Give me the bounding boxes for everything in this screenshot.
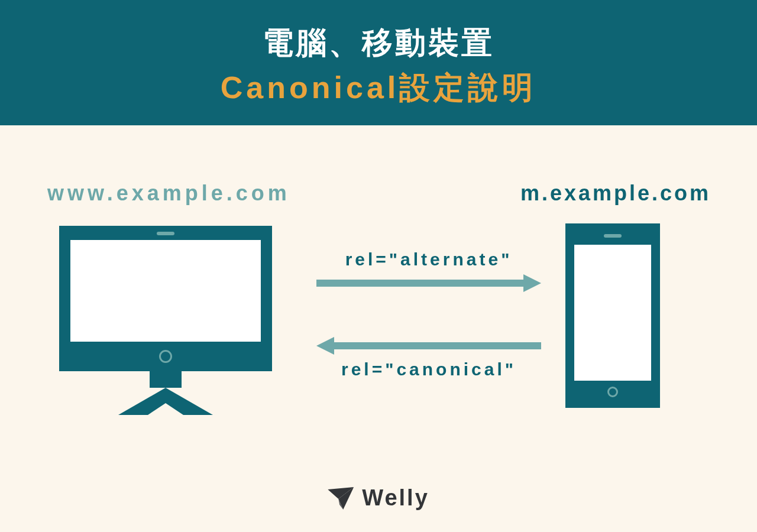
arrow-right-icon	[316, 274, 541, 292]
alternate-arrow-group: rel="alternate"	[310, 249, 547, 292]
desktop-monitor-icon	[59, 226, 272, 415]
monitor-neck	[150, 371, 182, 388]
arrow-left-icon	[316, 337, 541, 355]
diagram-area: www.example.com m.example.com rel="alter…	[0, 125, 757, 532]
mobile-url-label: m.example.com	[520, 181, 711, 206]
svg-marker-1	[523, 274, 541, 292]
header-banner: 電腦、移動裝置 Canonical設定說明	[0, 0, 757, 125]
title-line-2: Canonical設定說明	[221, 67, 537, 109]
svg-rect-0	[316, 280, 525, 287]
svg-rect-3	[333, 342, 541, 349]
paper-plane-icon	[328, 487, 354, 510]
phone-home-button-icon	[607, 387, 618, 397]
brand-logo: Welly	[328, 485, 429, 511]
mobile-phone-icon	[565, 223, 660, 408]
monitor-camera-icon	[157, 232, 174, 235]
phone-speaker-icon	[604, 234, 622, 238]
title-line-1: 電腦、移動裝置	[263, 22, 494, 64]
brand-name: Welly	[362, 485, 429, 511]
monitor-power-button-icon	[159, 350, 172, 363]
canonical-arrow-group: rel="canonical"	[310, 337, 547, 379]
svg-marker-2	[316, 337, 334, 355]
monitor-base	[118, 388, 213, 415]
rel-alternate-label: rel="alternate"	[310, 249, 547, 270]
phone-screen	[574, 245, 651, 381]
monitor-screen	[70, 240, 261, 342]
monitor-bezel	[59, 226, 272, 371]
desktop-url-label: www.example.com	[47, 181, 290, 206]
rel-canonical-label: rel="canonical"	[310, 359, 547, 379]
